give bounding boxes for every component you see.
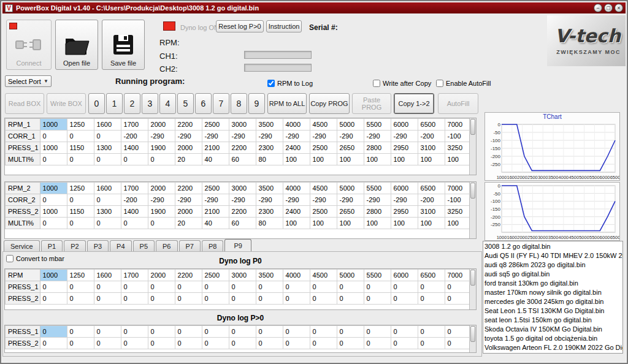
file-item[interactable]: mercedes gle 300d 245km go digital.bin [484,297,622,306]
file-item[interactable]: toyota 1.5 go digital od obciążenia.bin [484,334,622,343]
table-cell[interactable]: 0 [256,281,283,293]
table-cell[interactable]: -200 [121,194,148,206]
table-cell[interactable]: -290 [148,131,175,142]
table-cell[interactable]: -100 [445,194,472,206]
file-item[interactable]: Audi Q5 II (FY FL) 40 TDI MHEV 2.0 150kW… [484,251,622,260]
table-cell[interactable]: 0 [229,293,256,305]
table-cell[interactable]: 2300 [256,142,283,154]
table-cell[interactable]: 0 [148,326,175,338]
table-cell[interactable]: 0 [94,293,121,305]
table-cell[interactable]: 0 [94,281,121,293]
table-cell[interactable]: 40 [202,218,229,229]
digit-button-2[interactable]: 2 [124,93,140,114]
table-cell[interactable]: 0 [121,326,148,338]
table-cell[interactable]: 0 [175,338,202,349]
table-cell[interactable]: 2500 [310,206,337,218]
table-cell[interactable]: 100 [445,154,472,165]
program-table-1-scrollbar[interactable] [469,118,476,175]
table-cell[interactable]: 5000 [337,270,364,281]
digit-button-7[interactable]: 7 [213,93,229,114]
table-cell[interactable]: -290 [256,131,283,142]
table-cell[interactable]: 1600 [94,183,121,194]
table-cell[interactable]: 0 [40,131,67,142]
table-cell[interactable]: 2100 [202,142,229,154]
file-item[interactable]: 3008 1.2 go digital.bin [484,242,622,251]
table-cell[interactable]: 1700 [121,183,148,194]
table-cell[interactable]: 2500 [202,119,229,131]
file-item[interactable]: audi sq5 go digital.bin [484,270,622,279]
table-cell[interactable]: 3000 [229,119,256,131]
table-cell[interactable]: 2500 [202,270,229,281]
table-cell[interactable]: -290 [229,194,256,206]
digit-button-5[interactable]: 5 [177,93,194,114]
port-select[interactable]: Select Port ▼ [5,75,52,87]
table-cell[interactable]: 1400 [121,142,148,154]
table-cell[interactable]: 0 [391,293,418,305]
table-cell[interactable]: 5000 [337,119,364,131]
table-cell[interactable]: -290 [148,194,175,206]
table-cell[interactable]: 0 [121,281,148,293]
table-cell[interactable]: 80 [256,154,283,165]
table-cell[interactable]: 1150 [67,206,94,218]
table-cell[interactable]: 0 [40,293,67,305]
program-table-2-scrollbar[interactable] [469,182,476,238]
table-cell[interactable]: 1600 [94,270,121,281]
table-cell[interactable]: 0 [418,326,445,338]
table-cell[interactable]: 6000 [391,183,418,194]
table-cell[interactable]: 100 [418,218,445,229]
rpm-to-log-checkbox[interactable]: RPM to Log [267,80,313,87]
table-cell[interactable]: -290 [364,131,391,142]
table-cell[interactable]: -290 [364,194,391,206]
file-item[interactable]: seat leon 1.5tsi 150km go digital.bin [484,316,622,325]
table-cell[interactable]: 0 [175,326,202,338]
tab-p1[interactable]: P1 [41,240,63,252]
table-cell[interactable]: 2800 [364,142,391,154]
table-cell[interactable]: 0 [337,326,364,338]
table-cell[interactable]: -290 [310,194,337,206]
table-cell[interactable]: 0 [67,218,94,229]
table-cell[interactable]: -200 [418,194,445,206]
table-cell[interactable]: 2650 [337,142,364,154]
table-cell[interactable]: 100 [418,154,445,165]
table-cell[interactable]: 0 [67,131,94,142]
table-cell[interactable]: 2500 [310,142,337,154]
table-cell[interactable]: -290 [175,131,202,142]
table-cell[interactable]: 0 [310,293,337,305]
table-cell[interactable]: -290 [337,131,364,142]
table-cell[interactable]: 2950 [391,206,418,218]
table-cell[interactable]: 3100 [418,206,445,218]
table-cell[interactable]: 0 [283,326,310,338]
table-cell[interactable]: -290 [202,131,229,142]
table-cell[interactable]: -100 [445,131,472,142]
table-cell[interactable]: 3500 [256,270,283,281]
copy-1-to-2-button[interactable]: Copy 1->2 [394,93,434,114]
table-cell[interactable]: 0 [67,338,94,349]
table-cell[interactable]: 2300 [256,206,283,218]
table-cell[interactable]: 0 [283,338,310,349]
table-cell[interactable]: 6500 [418,183,445,194]
table-cell[interactable]: 100 [283,154,310,165]
table-cell[interactable]: 6500 [418,270,445,281]
table-cell[interactable]: 2200 [175,270,202,281]
table-cell[interactable]: 1000 [40,270,67,281]
table-cell[interactable]: 0 [94,218,121,229]
table-cell[interactable]: 1300 [94,206,121,218]
table-cell[interactable]: 1700 [121,270,148,281]
table-cell[interactable]: 2000 [148,183,175,194]
table-cell[interactable]: -290 [283,131,310,142]
table-cell[interactable]: 7000 [445,119,472,131]
table-cell[interactable]: 6000 [391,270,418,281]
table-cell[interactable]: 100 [337,154,364,165]
table-cell[interactable]: 2000 [148,119,175,131]
table-cell[interactable]: 2000 [175,206,202,218]
table-cell[interactable]: 0 [310,326,337,338]
table-cell[interactable]: -290 [175,194,202,206]
table-cell[interactable]: 1400 [121,206,148,218]
save-file-button[interactable]: Save file [102,20,145,70]
file-item[interactable]: audi q8 286km 2023 go digital.bin [484,260,622,270]
table-cell[interactable]: 60 [229,218,256,229]
table-cell[interactable]: 100 [364,154,391,165]
table-cell[interactable]: 0 [121,338,148,349]
table-cell[interactable]: 60 [229,154,256,165]
table-cell[interactable]: 1000 [40,183,67,194]
